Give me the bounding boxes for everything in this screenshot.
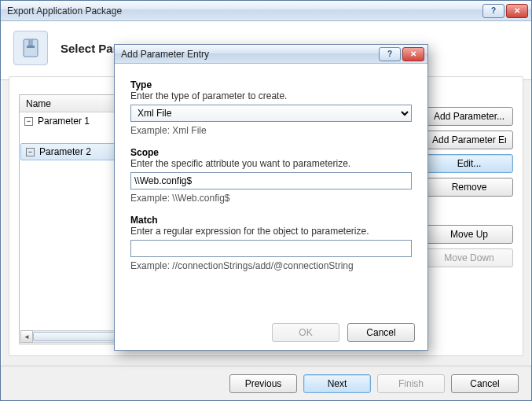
parameter-label: Parameter 2 (39, 146, 91, 157)
next-button[interactable]: Next (303, 374, 371, 393)
dialog-titlebar: Add Parameter Entry (115, 45, 427, 64)
type-hint: Enter the type of parameter to create. (130, 90, 412, 101)
dialog-content: Type Enter the type of parameter to crea… (115, 64, 427, 271)
parameter-label: Parameter 1 (38, 116, 90, 127)
dialog-title: Add Parameter Entry (121, 49, 377, 60)
package-icon (13, 31, 48, 65)
previous-button[interactable]: Previous (229, 374, 297, 393)
ok-button: OK (272, 323, 339, 342)
match-example: Example: //connectionStrings/add/@connec… (130, 260, 412, 271)
finish-button: Finish (377, 374, 445, 393)
move-down-button: Move Down (425, 248, 513, 267)
match-hint: Enter a regular expression for the objec… (130, 226, 412, 237)
wizard-close-button[interactable] (506, 4, 528, 18)
move-up-button[interactable]: Move Up (425, 225, 513, 244)
type-select[interactable]: Xml File (130, 105, 412, 122)
scroll-left-icon[interactable]: ◄ (20, 330, 33, 343)
side-button-column: Add Parameter... Add Parameter Entry... … (425, 107, 513, 267)
remove-button[interactable]: Remove (425, 178, 513, 197)
button-spacer (425, 201, 513, 220)
scope-label: Scope (130, 147, 412, 158)
dialog-close-button[interactable] (402, 47, 424, 61)
scope-input[interactable] (130, 172, 412, 189)
scope-hint: Enter the specific attribute you want to… (130, 158, 412, 169)
wizard-title: Export Application Package (7, 6, 481, 17)
add-parameter-entry-button[interactable]: Add Parameter Entry... (425, 131, 513, 149)
dialog-footer: OK Cancel (115, 315, 427, 350)
match-input[interactable] (130, 240, 412, 257)
edit-button[interactable]: Edit... (425, 154, 513, 173)
type-example: Example: Xml File (130, 125, 412, 136)
add-parameter-entry-dialog: Add Parameter Entry Type Enter the type … (114, 44, 428, 351)
wizard-titlebar: Export Application Package (1, 1, 531, 21)
match-label: Match (130, 215, 412, 226)
wizard-footer: Previous Next Finish Cancel (1, 366, 531, 400)
dialog-help-button[interactable] (379, 47, 401, 61)
add-parameter-button[interactable]: Add Parameter... (425, 107, 513, 126)
collapse-icon[interactable]: − (26, 148, 35, 156)
cancel-button[interactable]: Cancel (451, 374, 519, 393)
type-label: Type (130, 79, 412, 90)
collapse-icon[interactable]: − (24, 117, 33, 126)
scope-example: Example: \\Web.config$ (130, 193, 412, 204)
wizard-help-button[interactable] (482, 4, 504, 18)
dialog-cancel-button[interactable]: Cancel (347, 323, 415, 342)
